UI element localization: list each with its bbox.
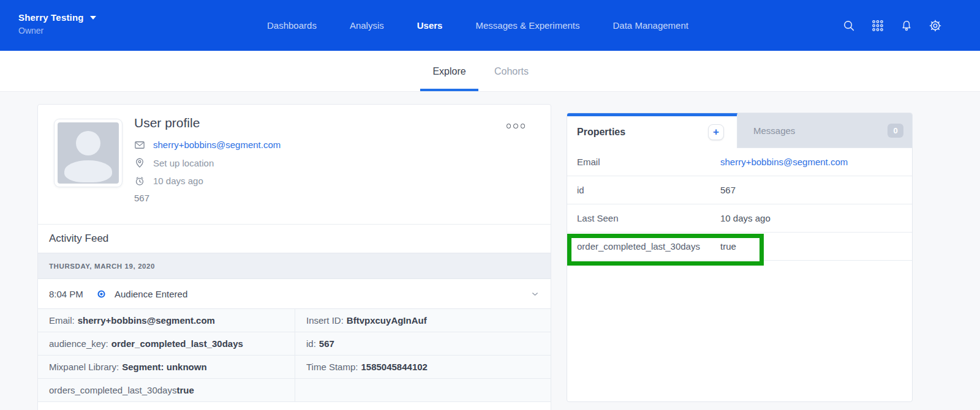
tab-properties-label: Properties [577,127,625,138]
more-options-kebab-icon[interactable] [507,124,526,129]
event-detail-cell-empty [295,379,551,402]
avatar-silhouette-head [76,131,100,155]
event-name: Audience Entered [115,289,187,299]
profile-user-id: 567 [134,193,281,203]
chevron-down-icon[interactable] [530,289,540,299]
tab-explore[interactable]: Explore [420,51,478,92]
apps-grid-icon[interactable] [871,19,884,32]
properties-panel-tabs: Properties + Messages 0 [567,113,912,148]
location-pin-icon [134,157,145,168]
event-detail-cell: orders_completed_last_30daystrue [38,379,295,402]
active-tab-underline [420,89,478,92]
tab-properties[interactable]: Properties + [567,113,737,148]
event-detail-cell: Mixpanel Library:Segment: unknown [38,356,295,379]
caret-down-icon [90,16,96,20]
event-time: 8:04 PM [49,289,97,299]
nav-item-analysis[interactable]: Analysis [350,20,384,31]
messages-count-badge: 0 [888,124,903,138]
primary-nav: Dashboards Analysis Users Messages & Exp… [267,0,688,51]
property-row-email: Email sherry+bobbins@segment.com [567,148,912,176]
property-row-order-completed: order_completed_last_30days true [567,233,912,261]
workspace-switcher[interactable]: Sherry Testing Owner [18,12,96,35]
secondary-tabbar: Explore Cohorts [0,51,980,92]
activity-date-header: THURSDAY, MARCH 19, 2020 [38,253,551,279]
avatar [55,119,122,187]
property-email-link[interactable]: sherry+bobbins@segment.com [720,157,848,167]
activity-feed-title: Activity Feed [38,224,551,253]
nav-item-users[interactable]: Users [417,20,443,31]
settings-gear-icon[interactable] [929,19,942,32]
audience-entered-dot-icon [97,289,106,299]
page: Sherry Testing Owner Dashboards Analysis… [0,0,980,410]
event-details-table: Email:sherry+bobbins@segment.com Insert … [38,308,551,402]
top-nav: Sherry Testing Owner Dashboards Analysis… [0,0,980,51]
nav-item-data-management[interactable]: Data Management [613,20,688,31]
event-detail-cell: Email:sherry+bobbins@segment.com [38,309,295,332]
event-detail-cell: id:567 [295,332,551,356]
nav-item-dashboards[interactable]: Dashboards [267,20,317,31]
profile-email-link[interactable]: sherry+bobbins@segment.com [153,140,281,150]
workspace-role: Owner [18,26,96,35]
set-up-location-link[interactable]: Set up location [153,158,214,168]
tab-messages-label: Messages [753,125,795,136]
profile-last-seen: 10 days ago [153,176,203,186]
avatar-silhouette-body [64,160,112,182]
property-row-last-seen: Last Seen 10 days ago [567,204,912,233]
user-profile-card: User profile sherry+bobbins@segment.com [37,104,551,410]
nav-item-messages-experiments[interactable]: Messages & Experiments [475,20,579,31]
event-detail-cell: Insert ID:BftvpxcuyAgInAuf [295,309,551,332]
profile-title: User profile [134,116,281,130]
property-row-id: id 567 [567,176,912,204]
workspace-name: Sherry Testing [18,12,84,23]
alarm-clock-icon [134,176,145,187]
event-detail-cell: Time Stamp:1585045844102 [295,356,551,379]
properties-panel-card: Properties + Messages 0 Email sherry+bob… [567,113,913,402]
profile-info: User profile sherry+bobbins@segment.com [134,116,281,203]
event-detail-cell: audience_key:order_completed_last_30days [38,332,295,356]
tab-messages[interactable]: Messages 0 [737,113,912,148]
envelope-icon [134,140,145,151]
add-property-button[interactable]: + [708,124,724,140]
nav-icon-group [842,0,942,51]
notifications-bell-icon[interactable] [900,19,913,32]
tab-cohorts[interactable]: Cohorts [487,51,536,92]
search-icon[interactable] [842,19,856,32]
profile-header: User profile sherry+bobbins@segment.com [38,105,551,224]
activity-event-row[interactable]: 8:04 PM Audience Entered [38,279,551,308]
